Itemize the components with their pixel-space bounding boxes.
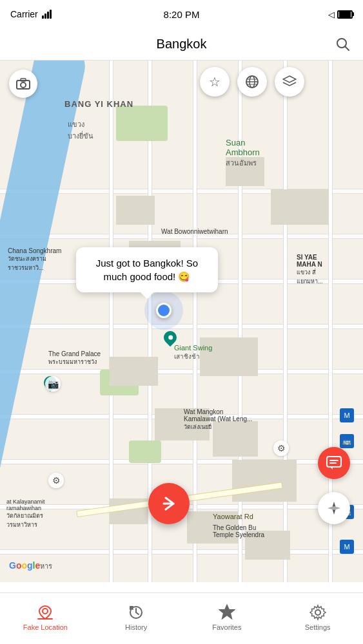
google-logo: Googleหาร xyxy=(9,560,52,572)
map-camera-marker: 📷 xyxy=(45,376,61,392)
svg-rect-11 xyxy=(327,457,341,467)
building-block xyxy=(245,531,290,560)
layers-button[interactable] xyxy=(275,67,304,97)
svg-point-3 xyxy=(21,82,26,88)
svg-marker-14 xyxy=(330,467,333,469)
road xyxy=(0,370,363,374)
svg-marker-10 xyxy=(283,76,296,82)
building-block xyxy=(271,189,329,225)
speech-bubble: Just got to Bangkok! So much good food! … xyxy=(76,247,218,292)
layers-icon xyxy=(282,75,297,88)
transit-icon-3: M xyxy=(340,408,354,422)
fake-location-icon xyxy=(37,604,54,621)
nav-item-fake-location[interactable]: Fake Location xyxy=(0,604,91,634)
transit-icon-4: M xyxy=(340,540,354,554)
bottom-navigation: Fake Location History Favorites Settings xyxy=(0,592,363,644)
road xyxy=(193,61,197,582)
search-button[interactable] xyxy=(333,35,353,54)
status-right: ◁ xyxy=(328,10,353,19)
status-left: Carrier xyxy=(10,9,52,19)
park-area-3 xyxy=(129,440,161,463)
building-block xyxy=(226,157,264,186)
compass-icon xyxy=(326,500,342,516)
building-block xyxy=(116,196,155,225)
building-block xyxy=(213,421,258,457)
svg-point-18 xyxy=(43,609,48,614)
history-icon xyxy=(128,604,144,621)
transit-icon-1: 🚌 xyxy=(340,434,354,448)
nav-item-favorites[interactable]: Favorites xyxy=(182,604,273,634)
road xyxy=(239,61,242,582)
nav-label-settings: Settings xyxy=(305,623,331,631)
speech-bubble-text: Just got to Bangkok! So much good food! … xyxy=(96,258,198,282)
share-location-button[interactable] xyxy=(148,483,190,524)
favorites-icon xyxy=(219,604,235,621)
location-icon: ◁ xyxy=(328,10,335,19)
status-time: 8:20 PM xyxy=(164,9,200,20)
status-bar: Carrier 8:20 PM ◁ xyxy=(0,0,363,28)
globe-button[interactable] xyxy=(237,67,267,97)
search-icon xyxy=(336,37,350,52)
road xyxy=(0,550,363,554)
map-settings-marker: ⚙ xyxy=(273,440,289,456)
map-settings-marker-2: ⚙ xyxy=(48,473,64,488)
road xyxy=(0,234,363,238)
map-view[interactable]: BANG YI KHAN แขวงบางยี่ขัน SuanAmbhornสว… xyxy=(0,61,363,582)
compass-button[interactable] xyxy=(318,492,350,524)
starred-button[interactable]: ☆ xyxy=(200,67,230,97)
nav-label-fake-location: Fake Location xyxy=(23,623,68,631)
svg-point-22 xyxy=(315,610,320,615)
header: Bangkok xyxy=(0,28,363,61)
road xyxy=(0,460,363,464)
carrier-label: Carrier xyxy=(10,9,38,19)
settings-icon xyxy=(309,604,326,621)
wifi-icon xyxy=(42,10,52,19)
chat-button[interactable] xyxy=(318,447,350,479)
globe-icon xyxy=(245,75,259,89)
page-title: Bangkok xyxy=(157,37,207,52)
svg-marker-21 xyxy=(220,605,234,618)
nav-label-history: History xyxy=(125,623,147,631)
giant-swing-marker[interactable] xyxy=(164,331,177,344)
battery-icon xyxy=(337,10,353,19)
svg-marker-17 xyxy=(328,506,340,510)
building-block xyxy=(110,357,158,386)
nav-item-settings[interactable]: Settings xyxy=(272,604,363,634)
building-block xyxy=(232,460,297,502)
share-icon xyxy=(161,495,177,512)
svg-line-1 xyxy=(345,46,349,50)
building-block xyxy=(187,511,239,544)
camera-button[interactable] xyxy=(9,70,37,98)
chat-icon xyxy=(326,456,342,470)
camera-icon xyxy=(16,78,30,90)
nav-label-favorites: Favorites xyxy=(212,623,241,631)
star-icon: ☆ xyxy=(209,74,221,90)
building-block xyxy=(200,337,258,376)
nav-item-history[interactable]: History xyxy=(91,604,182,634)
building-block xyxy=(155,408,210,440)
park-area xyxy=(116,106,168,141)
road xyxy=(284,61,287,582)
